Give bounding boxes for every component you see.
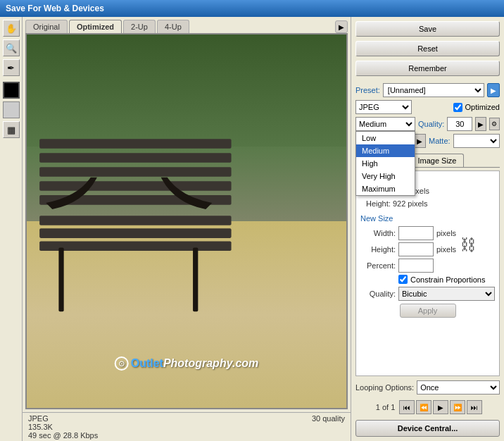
eyedropper-tool[interactable]: ✒	[3, 59, 20, 76]
hand-tool[interactable]: ✋	[3, 20, 20, 37]
title-text: Save For Web & Devices	[6, 4, 104, 13]
svg-rect-2	[39, 167, 231, 177]
quality-preset-row: Low Medium High Very High Maximum Low Me…	[355, 117, 500, 131]
new-size-inputs: Width: 1280 pixels Height: 922 pixels Pe…	[360, 224, 495, 275]
svg-rect-9	[193, 247, 198, 311]
image-size: 135.3K	[28, 423, 98, 431]
tab-image-size[interactable]: Image Size	[410, 154, 464, 167]
tab-4up[interactable]: 4-Up	[157, 20, 189, 33]
left-panel: ✋ 🔍 ✒ ▦ Original Optimized 2-Up 4-Up ▶	[0, 17, 351, 441]
resample-quality-label: Quality:	[360, 290, 396, 298]
quality-arrow-button[interactable]: ▶	[475, 117, 486, 131]
new-height-label: Height:	[360, 245, 396, 254]
svg-rect-8	[58, 247, 63, 311]
preset-label: Preset:	[355, 86, 380, 94]
format-row: JPEG GIF PNG-8 PNG-24 WBMP Optimized	[355, 100, 500, 114]
watermark-logo-icon: ⊙	[115, 356, 129, 371]
image-tabs: Original Optimized 2-Up 4-Up ▶	[23, 17, 351, 33]
next-frame-button[interactable]: ⏩	[450, 400, 465, 414]
preset-arrow-button[interactable]: ▶	[487, 83, 500, 97]
image-format-info: JPEG 135.3K 49 sec @ 28.8 Kbps	[28, 414, 98, 440]
new-width-unit: pixels	[436, 229, 456, 237]
toolbar: ✋ 🔍 ✒ ▦	[0, 17, 23, 441]
quality-dropdown-list: Low Medium High Very High Maximum	[355, 131, 415, 196]
remember-button[interactable]: Remember	[355, 61, 500, 76]
quality-preset-dropdown-container: Low Medium High Very High Maximum Low Me…	[355, 117, 415, 131]
optimized-label: Optimized	[465, 103, 500, 111]
quality-option-medium[interactable]: Medium	[356, 144, 415, 157]
new-size-label: New Size	[360, 214, 495, 223]
toggle-tool[interactable]: ▦	[3, 121, 20, 138]
preset-select[interactable]: [Unnamed]	[383, 83, 484, 97]
prev-frame-button[interactable]: ⏪	[416, 400, 431, 414]
quality-input[interactable]	[447, 117, 472, 131]
image-format: JPEG	[28, 414, 98, 423]
tab-optimized[interactable]: Optimized	[69, 20, 122, 33]
svg-rect-6	[39, 228, 231, 238]
constrain-row: Constrain Proportions	[398, 275, 495, 284]
watermark: ⊙ OutletPhotography.com	[115, 356, 259, 371]
new-width-label: Width:	[360, 229, 396, 237]
svg-rect-3	[39, 181, 231, 191]
last-frame-button[interactable]: ⏭	[467, 400, 482, 414]
quality-options-button[interactable]: ⚙	[489, 118, 500, 130]
zoom-tool[interactable]: 🔍	[3, 39, 20, 56]
image-status-bar: JPEG 135.3K 49 sec @ 28.8 Kbps 30 qualit…	[23, 412, 351, 441]
tab-2up[interactable]: 2-Up	[123, 20, 156, 33]
quality-option-low[interactable]: Low	[356, 132, 415, 144]
optimized-checkbox-row: Optimized	[453, 103, 500, 112]
quality-preset-select[interactable]: Low Medium High Very High Maximum	[355, 117, 415, 131]
percent-row: Percent: 100	[360, 259, 456, 273]
preset-row: Preset: [Unnamed] ▶	[355, 83, 500, 97]
resample-quality-row: Quality: Bicubic	[360, 287, 495, 301]
orig-height-label: Height:	[366, 199, 391, 208]
quality-label: Quality:	[418, 120, 444, 128]
percent-input[interactable]: 100	[398, 259, 434, 273]
optimized-checkbox[interactable]	[453, 103, 462, 112]
device-central-button[interactable]: Device Central...	[355, 420, 500, 437]
new-size-fields: Width: 1280 pixels Height: 922 pixels Pe…	[360, 224, 456, 275]
format-select[interactable]: JPEG GIF PNG-8 PNG-24 WBMP	[355, 100, 412, 114]
new-width-input[interactable]: 1280	[398, 226, 434, 240]
new-height-input[interactable]: 922	[398, 242, 434, 256]
svg-rect-1	[39, 153, 231, 163]
quality-option-maximum[interactable]: Maximum	[356, 182, 415, 195]
play-button[interactable]: ▶	[433, 400, 448, 414]
color-swatch[interactable]	[3, 82, 20, 99]
image-canvas: ⊙ OutletPhotography.com	[25, 33, 348, 409]
frame-counter: 1 of 1	[373, 403, 398, 411]
right-panel: Save Reset Remember Preset: [Unnamed] ▶ …	[351, 17, 504, 441]
quality-option-very-high[interactable]: Very High	[356, 170, 415, 182]
tab-original[interactable]: Original	[25, 20, 68, 33]
constrain-checkbox[interactable]	[398, 275, 408, 284]
title-bar: Save For Web & Devices	[0, 0, 504, 17]
tabs-arrow[interactable]: ▶	[335, 20, 348, 33]
matte-select[interactable]	[453, 134, 500, 148]
apply-button[interactable]: Apply	[400, 304, 456, 318]
matte-label: Matte:	[429, 137, 451, 145]
gray-swatch	[3, 101, 20, 118]
svg-rect-0	[39, 139, 231, 149]
image-quality-info: 30 quality	[312, 414, 345, 440]
save-button[interactable]: Save	[355, 21, 500, 37]
looping-select[interactable]: Once	[417, 380, 500, 395]
image-time: 49 sec @ 28.8 Kbps	[28, 431, 98, 440]
bench-scene: ⊙ OutletPhotography.com	[27, 35, 346, 408]
new-width-row: Width: 1280 pixels	[360, 226, 456, 240]
looping-options-row: Looping Options: Once	[355, 380, 500, 395]
watermark-text: OutletPhotography.com	[131, 357, 259, 370]
bench-svg	[27, 54, 282, 352]
quality-option-high[interactable]: High	[356, 157, 415, 170]
main-container: ✋ 🔍 ✒ ▦ Original Optimized 2-Up 4-Up ▶	[0, 17, 504, 441]
percent-label: Percent:	[360, 261, 396, 270]
image-size-panel: Original Size Width: 1280 pixels Height:…	[355, 170, 500, 376]
svg-rect-5	[39, 216, 231, 225]
link-proportions-icon[interactable]: ⛓	[460, 224, 476, 266]
new-height-row: Height: 922 pixels	[360, 242, 456, 256]
canvas-area: Original Optimized 2-Up 4-Up ▶	[23, 17, 351, 441]
first-frame-button[interactable]: ⏮	[399, 400, 415, 414]
resample-quality-select[interactable]: Bicubic	[398, 287, 495, 301]
playback-controls: 1 of 1 ⏮ ⏪ ▶ ⏩ ⏭	[355, 400, 500, 414]
reset-button[interactable]: Reset	[355, 41, 500, 56]
looping-label: Looping Options:	[355, 383, 414, 392]
